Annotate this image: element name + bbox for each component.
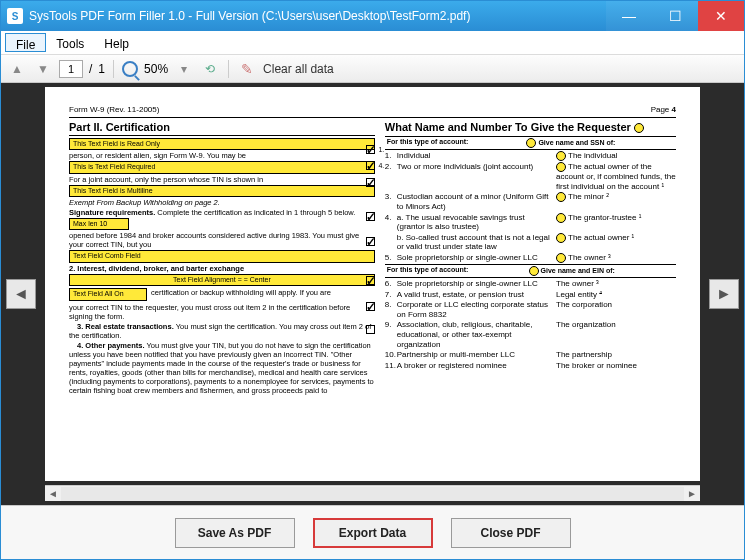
clear-icon[interactable]: ✎ [237,59,257,79]
zoom-fit-icon[interactable]: ⟲ [200,59,220,79]
arrow-right-icon: ► [709,279,739,309]
tf-maxlen[interactable]: Max len 10 [69,218,129,230]
mid-check-1[interactable] [366,145,375,154]
action-bar: Save As PDF Export Data Close PDF [1,505,744,559]
page-current-input[interactable] [59,60,83,78]
radio-option[interactable] [556,213,566,223]
radio-option[interactable] [556,233,566,243]
export-data-button[interactable]: Export Data [313,518,433,548]
table-row: 9.Association, club, religious, charitab… [385,320,676,349]
mid-check-a[interactable] [366,178,375,187]
table-row: 8.Corporate or LLC electing corporate st… [385,300,676,319]
menu-bar: File Tools Help [1,31,744,55]
zoom-dropdown-icon[interactable]: ▾ [174,59,194,79]
menu-file[interactable]: File [5,33,46,52]
app-window: S SysTools PDF Form Filler 1.0 - Full Ve… [0,0,745,560]
mid-checkbox-column: 1. 4. [366,145,384,335]
tf-align-center[interactable]: Text Field Alignment = = Center [69,274,375,286]
table-row: 5.Sole proprietorship or single-owner LL… [385,253,676,263]
left-column: Part II. Certification This Text Field i… [69,121,375,396]
page-sep: / [89,62,92,76]
tf-all-on[interactable]: Text Field All On [69,288,147,300]
mid-check-b[interactable] [366,212,375,221]
nav-next[interactable]: ► [704,83,744,505]
table-row: 4.a. The usual revocable savings trust (… [385,213,676,232]
table-row: 1.IndividualThe individual [385,151,676,161]
window-title: SysTools PDF Form Filler 1.0 - Full Vers… [29,9,606,23]
mid-check-4[interactable] [366,161,375,170]
part-title: Part II. Certification [69,121,375,136]
horizontal-scrollbar[interactable]: ◄ ► [45,485,700,501]
mid-check-e[interactable] [366,302,375,311]
zoom-icon[interactable] [122,61,138,77]
titlebar: S SysTools PDF Form Filler 1.0 - Full Ve… [1,1,744,31]
minimize-button[interactable]: — [606,1,652,31]
page-total: 1 [98,62,105,76]
page-down-icon[interactable]: ▼ [33,59,53,79]
tf-multiline[interactable]: This Text Field is Multiline [69,185,375,197]
scroll-left-icon[interactable]: ◄ [45,487,61,501]
tf-required[interactable]: This is Text Field Required [69,161,375,173]
zoom-level: 50% [144,62,168,76]
radio-option[interactable] [556,151,566,161]
clear-all-data-button[interactable]: Clear all data [263,62,334,76]
mid-check-f[interactable] [366,325,375,334]
pdf-viewer: ◄ Form W-9 (Rev. 11-2005) Page 4 1. 4. [1,83,744,505]
table-row: 7.A valid trust, estate, or pension trus… [385,290,676,300]
arrow-left-icon: ◄ [6,279,36,309]
app-icon: S [7,8,23,24]
close-window-button[interactable]: ✕ [698,1,744,31]
table-row: 10.Partnership or multi-member LLCThe pa… [385,350,676,360]
mid-check-c[interactable] [366,237,375,246]
table-row: 11.A broker or registered nomineeThe bro… [385,361,676,371]
scroll-right-icon[interactable]: ► [684,487,700,501]
radio-option[interactable] [556,162,566,172]
radio-option[interactable] [556,253,566,263]
close-pdf-button[interactable]: Close PDF [451,518,571,548]
menu-tools[interactable]: Tools [46,33,94,52]
radio-hdr-ein[interactable] [529,266,539,276]
maximize-button[interactable]: ☐ [652,1,698,31]
tf-readonly[interactable]: This Text Field is Read Only [69,138,375,150]
table-row: 2.Two or more individuals (joint account… [385,162,676,191]
mid-check-d[interactable] [366,276,375,285]
pdf-page: Form W-9 (Rev. 11-2005) Page 4 1. 4. [45,87,700,404]
table-row: 6.Sole proprietorship or single-owner LL… [385,279,676,289]
page-up-icon[interactable]: ▲ [7,59,27,79]
form-revision: Form W-9 (Rev. 11-2005) [69,105,159,115]
radio-hdr-ssn[interactable] [526,138,536,148]
tf-combo[interactable]: Text Field Comb Field [69,250,375,262]
page-scroll-area[interactable]: Form W-9 (Rev. 11-2005) Page 4 1. 4. [45,87,700,481]
table-row: 3.Custodian account of a minor (Uniform … [385,192,676,211]
radio-title-icon[interactable] [634,123,644,133]
right-column: What Name and Number To Give the Request… [385,121,676,396]
nav-prev[interactable]: ◄ [1,83,41,505]
radio-option[interactable] [556,192,566,202]
toolbar: ▲ ▼ / 1 50% ▾ ⟲ ✎ Clear all data [1,55,744,83]
table-row: b. So-called trust account that is not a… [385,233,676,252]
save-as-pdf-button[interactable]: Save As PDF [175,518,295,548]
menu-help[interactable]: Help [94,33,139,52]
